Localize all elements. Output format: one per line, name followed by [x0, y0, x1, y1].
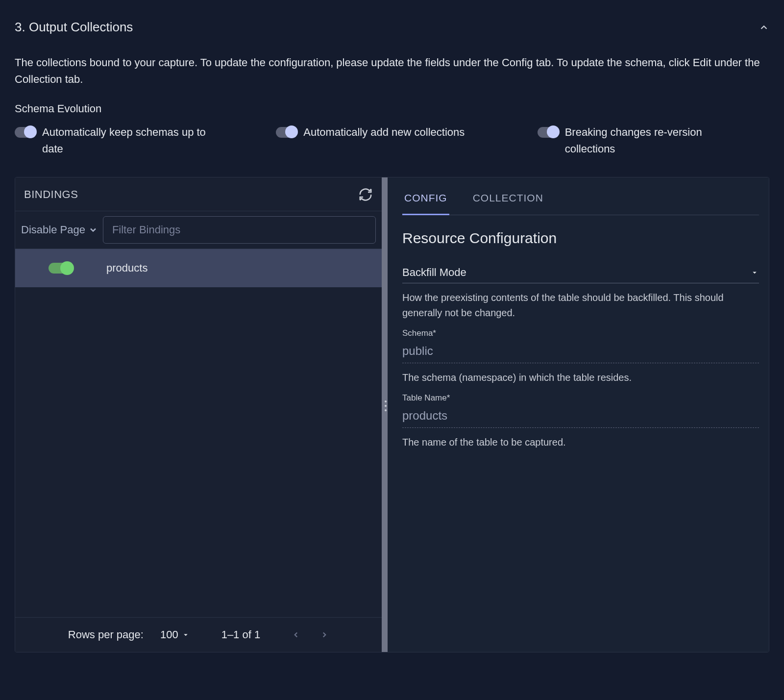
refresh-icon[interactable] [358, 187, 373, 202]
backfill-mode-help: How the preexisting contents of the tabl… [402, 290, 759, 321]
backfill-mode-label: Backfill Mode [402, 266, 466, 279]
caret-down-icon [181, 630, 190, 639]
binding-row[interactable]: products [15, 249, 382, 287]
toggle-add-collections[interactable] [276, 127, 296, 138]
drag-handle-icon[interactable] [385, 400, 387, 411]
backfill-mode-dropdown[interactable]: Backfill Mode [402, 266, 759, 283]
section-title: 3. Output Collections [15, 20, 133, 35]
toggle-reversion-collections-label: Breaking changes re-version collections [565, 124, 741, 157]
toggle-reversion-collections[interactable] [538, 127, 558, 138]
rows-per-page-label: Rows per page: [68, 628, 144, 641]
tab-config[interactable]: CONFIG [402, 192, 449, 215]
schema-field-help: The schema (namespace) in which the tabl… [402, 370, 759, 385]
next-page-icon[interactable] [320, 630, 329, 639]
toggle-add-collections-label: Automatically add new collections [303, 124, 465, 141]
page-range: 1–1 of 1 [221, 628, 261, 641]
toggle-keep-schemas-label: Automatically keep schemas up to date [42, 124, 219, 157]
schema-field[interactable] [402, 341, 759, 363]
disable-page-label: Disable Page [21, 224, 85, 236]
filter-bindings-input[interactable] [103, 216, 376, 244]
table-name-label: Table Name* [402, 393, 759, 403]
schema-field-label: Schema* [402, 328, 759, 338]
binding-label: products [106, 262, 147, 275]
table-name-help: The name of the table to be captured. [402, 435, 759, 450]
rows-per-page-select[interactable]: 100 [160, 628, 190, 641]
chevron-down-icon [88, 225, 98, 235]
config-heading: Resource Configuration [402, 230, 759, 247]
chevron-up-icon[interactable] [759, 22, 769, 33]
disable-page-dropdown[interactable]: Disable Page [21, 224, 98, 236]
section-description: The collections bound to your capture. T… [15, 54, 769, 88]
table-name-field[interactable] [402, 406, 759, 428]
tab-collection[interactable]: COLLECTION [471, 192, 545, 215]
caret-down-icon [750, 268, 759, 277]
bindings-header: BINDINGS [24, 188, 78, 201]
prev-page-icon[interactable] [292, 630, 300, 639]
toggle-keep-schemas[interactable] [15, 127, 35, 138]
binding-enable-toggle[interactable] [49, 263, 73, 274]
schema-evolution-title: Schema Evolution [15, 102, 769, 115]
rows-per-page-value: 100 [160, 628, 178, 641]
